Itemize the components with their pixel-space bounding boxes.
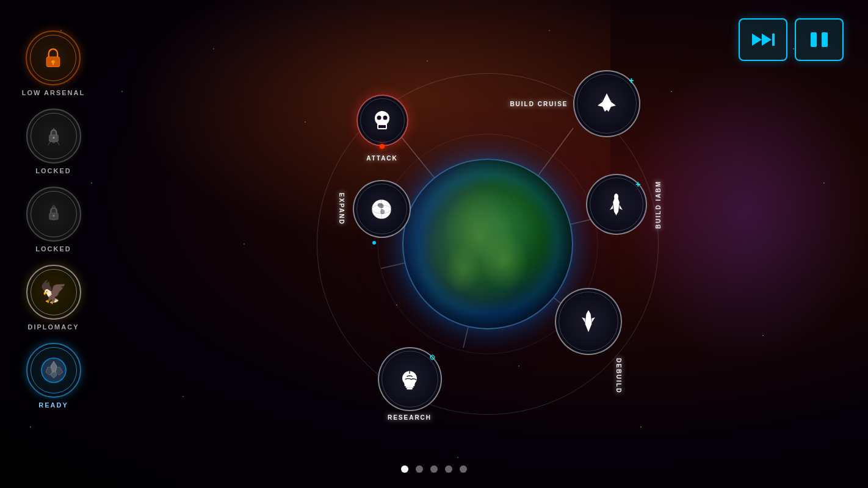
locked-1-label: LOCKED <box>35 167 71 174</box>
game-area: ATTACK BUILD CRUISE + <box>107 0 868 488</box>
action-node-expand[interactable]: EXPAND <box>338 180 411 245</box>
fast-forward-button[interactable] <box>739 18 787 61</box>
svg-point-6 <box>52 215 55 217</box>
svg-point-1 <box>52 60 55 63</box>
diplomacy-icon: 🦅 <box>26 265 81 320</box>
svg-rect-37 <box>811 32 817 47</box>
expand-label: EXPAND <box>338 193 345 225</box>
svg-rect-5 <box>49 213 58 220</box>
svg-rect-29 <box>407 387 412 389</box>
sidebar: LOW ARSENAL LOCKED <box>0 0 107 488</box>
svg-point-20 <box>375 111 389 126</box>
svg-point-27 <box>614 193 618 200</box>
svg-rect-25 <box>381 125 383 128</box>
transport-controls <box>739 18 844 61</box>
attack-circle[interactable] <box>356 95 408 146</box>
attack-label: ATTACK <box>366 155 398 162</box>
svg-point-23 <box>383 115 388 120</box>
action-node-attack[interactable]: ATTACK <box>356 95 408 162</box>
svg-marker-34 <box>752 34 762 46</box>
action-node-debuild[interactable]: DEBUILD <box>555 288 622 393</box>
page-dot-3[interactable] <box>430 465 438 473</box>
locked-2-icon <box>26 187 81 242</box>
svg-marker-10 <box>56 367 63 375</box>
debuild-label: DEBUILD <box>615 358 622 393</box>
build-iabm-circle[interactable]: + <box>586 174 647 235</box>
action-node-research[interactable]: ⚙ RESEARCH <box>378 347 442 421</box>
svg-rect-3 <box>49 135 58 142</box>
svg-rect-38 <box>822 32 828 47</box>
locked-2-label: LOCKED <box>35 245 71 253</box>
ready-label: READY <box>38 401 68 409</box>
planet[interactable] <box>402 159 573 329</box>
debuild-circle[interactable] <box>555 288 622 355</box>
low-arsenal-label: LOW ARSENAL <box>22 89 85 96</box>
svg-rect-0 <box>47 57 60 66</box>
build-cruise-label: BUILD CRUISE <box>510 101 568 107</box>
build-iabm-label: BUILD IABM <box>655 181 662 229</box>
locked-1-icon <box>26 109 81 163</box>
page-dot-5[interactable] <box>460 465 467 473</box>
research-label: RESEARCH <box>388 414 432 421</box>
sidebar-item-ready[interactable]: READY <box>26 343 81 409</box>
game-container: LOW ARSENAL LOCKED <box>0 0 868 488</box>
svg-point-32 <box>372 204 391 213</box>
svg-rect-21 <box>377 123 387 129</box>
planet-container: ATTACK BUILD CRUISE + <box>305 61 671 427</box>
svg-rect-24 <box>378 125 381 128</box>
expand-circle[interactable] <box>353 180 411 238</box>
pagination <box>401 465 467 473</box>
sidebar-item-low-arsenal[interactable]: LOW ARSENAL <box>22 30 85 96</box>
svg-rect-28 <box>406 386 414 388</box>
svg-point-4 <box>52 137 55 139</box>
page-dot-1[interactable] <box>401 465 408 473</box>
svg-marker-8 <box>51 361 57 371</box>
svg-point-30 <box>372 199 391 219</box>
svg-marker-11 <box>51 372 57 378</box>
action-node-build-cruise[interactable]: BUILD CRUISE + <box>510 70 640 137</box>
svg-point-7 <box>42 358 66 382</box>
low-arsenal-icon <box>26 30 81 85</box>
page-dot-2[interactable] <box>416 465 423 473</box>
sidebar-item-locked-1[interactable]: LOCKED <box>26 109 81 174</box>
svg-rect-26 <box>383 125 386 128</box>
diplomacy-label: DIPLOMACY <box>28 323 79 331</box>
ready-icon <box>26 343 81 398</box>
svg-point-31 <box>372 199 391 219</box>
svg-marker-35 <box>762 34 772 46</box>
eagle-icon: 🦅 <box>40 279 67 305</box>
build-cruise-circle[interactable]: + <box>573 70 640 137</box>
svg-rect-36 <box>772 34 775 46</box>
svg-marker-9 <box>46 367 53 375</box>
sidebar-item-diplomacy[interactable]: 🦅 DIPLOMACY <box>26 265 81 331</box>
research-circle[interactable]: ⚙ <box>378 347 442 411</box>
svg-point-22 <box>377 115 382 120</box>
page-dot-4[interactable] <box>445 465 452 473</box>
action-node-build-iabm[interactable]: + BUILD IABM <box>586 174 662 235</box>
sidebar-item-locked-2[interactable]: LOCKED <box>26 187 81 253</box>
pause-button[interactable] <box>795 18 844 61</box>
